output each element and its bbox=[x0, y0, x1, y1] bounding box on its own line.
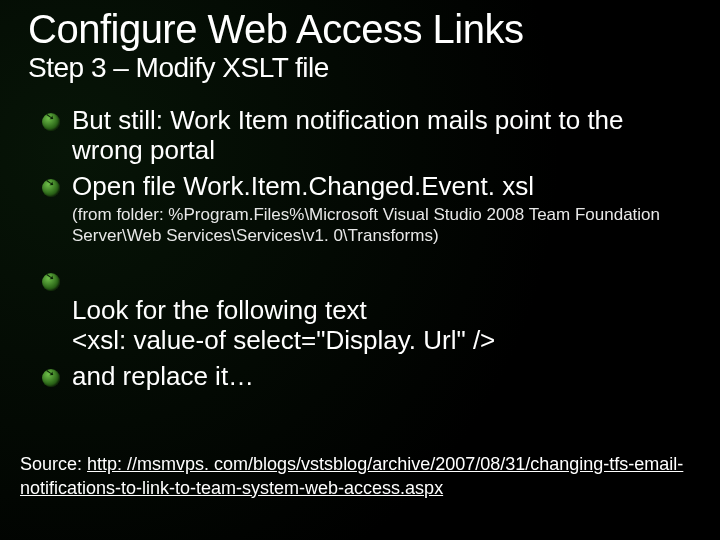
bullet-list: Look for the following text <xsl: value-… bbox=[28, 266, 692, 392]
source-line: Source: http: //msmvps. com/blogs/vstsbl… bbox=[20, 453, 692, 500]
source-link[interactable]: http: //msmvps. com/blogs/vstsblog/archi… bbox=[20, 454, 683, 497]
bullet-text: But still: Work Item notification mails … bbox=[72, 105, 624, 165]
bullet-item: Look for the following text <xsl: value-… bbox=[42, 266, 692, 356]
spacer bbox=[28, 252, 692, 266]
slide-title: Configure Web Access Links bbox=[28, 8, 692, 50]
bullet-list: But still: Work Item notification mails … bbox=[28, 106, 692, 246]
slide-subtitle: Step 3 – Modify XSLT file bbox=[28, 52, 692, 84]
bullet-item: and replace it… bbox=[42, 362, 692, 392]
bullet-text: Look for the following text <xsl: value-… bbox=[72, 295, 495, 355]
bullet-item: Open file Work.Item.Changed.Event. xsl (… bbox=[42, 172, 692, 246]
slide: Configure Web Access Links Step 3 – Modi… bbox=[0, 0, 720, 540]
source-label: Source: bbox=[20, 454, 87, 474]
bullet-text: Open file Work.Item.Changed.Event. xsl bbox=[72, 171, 534, 201]
bullet-text: and replace it… bbox=[72, 361, 254, 391]
bullet-subnote: (from folder: %Program.Files%\Microsoft … bbox=[72, 204, 692, 247]
bullet-item: But still: Work Item notification mails … bbox=[42, 106, 692, 166]
